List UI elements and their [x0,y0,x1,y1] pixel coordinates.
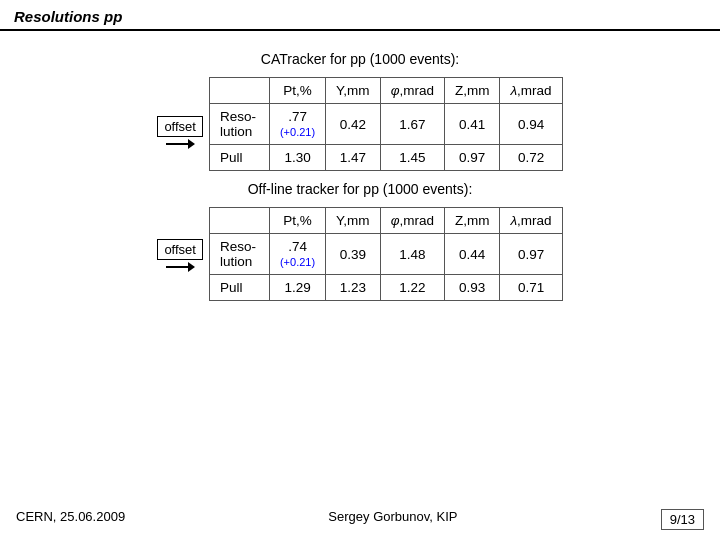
section2-col-lambda: λ,mrad [500,208,562,234]
section2-table: Pt,% Y,mm φ,mrad Z,mm λ,mrad Reso-lution… [209,207,563,301]
section2-row-label-0: Reso-lution [209,234,269,275]
section2-cell-0-2: 0.44 [444,234,500,275]
section1-col-lambda: λ,mrad [500,78,562,104]
section2-cell-1-3: 0.71 [500,275,562,301]
footer: CERN, 25.06.2009 Sergey Gorbunov, KIP 9/… [0,509,720,530]
section1-arrow [166,139,195,149]
section2-cell-1-0: 1.23 [326,275,381,301]
section1-pt-0: .77(+0.21) [269,104,325,145]
section2-arrow-line [166,266,188,268]
section2-col-y: Y,mm [326,208,381,234]
section1-cell-1-3: 0.72 [500,145,562,171]
section2-table-block: offset Pt,% Y,mm φ,mrad Z,mm λ,mrad Reso… [20,207,700,301]
section1-cell-0-3: 0.94 [500,104,562,145]
section1-arrowhead [188,139,195,149]
section1-cell-0-1: 1.67 [380,104,444,145]
section1-row-label-1: Pull [209,145,269,171]
section1-pt-sub-0: (+0.21) [280,126,315,138]
section2-reso-label: Reso-lution [220,239,256,269]
section2-col-pt: Pt,% [269,208,325,234]
section1-col-phi: φ,mrad [380,78,444,104]
section1-col-z: Z,mm [444,78,500,104]
section2-cell-0-0: 0.39 [326,234,381,275]
section1-pt-val-0: .77 [288,109,307,124]
section1-arrow-line [166,143,188,145]
section2-col-z: Z,mm [444,208,500,234]
page-title: Resolutions pp [0,0,720,31]
section1-col-pt: Pt,% [269,78,325,104]
section2-arrow [166,262,195,272]
section2-arrowhead [188,262,195,272]
section1-cell-0-2: 0.41 [444,104,500,145]
section2-offset-label: offset [157,239,203,260]
section2-cell-1-2: 0.93 [444,275,500,301]
section1-offset-label: offset [157,116,203,137]
footer-left: CERN, 25.06.2009 [16,509,125,530]
section2-offset-area: offset [157,207,203,272]
section2-heading: Off-line tracker for pp (1000 events): [20,181,700,197]
page-badge: 9/13 [661,509,704,530]
section2-cell-0-1: 1.48 [380,234,444,275]
section1-row-label-0: Reso-lution [209,104,269,145]
section1-col-y: Y,mm [326,78,381,104]
section1-cell-1-2: 0.97 [444,145,500,171]
section1-cell-1-1: 1.45 [380,145,444,171]
section1-cell-0-0: 0.42 [326,104,381,145]
section1-table: Pt,% Y,mm φ,mrad Z,mm λ,mrad Reso-lution… [209,77,563,171]
section2-pt-0: .74(+0.21) [269,234,325,275]
section2-pt-sub-0: (+0.21) [280,256,315,268]
section2-row-label-1: Pull [209,275,269,301]
section2-cell-1-1: 1.22 [380,275,444,301]
section2-cell-0-3: 0.97 [500,234,562,275]
section1-col-label [209,78,269,104]
section2-pt-1: 1.29 [269,275,325,301]
section1-pt-1: 1.30 [269,145,325,171]
section2-col-phi: φ,mrad [380,208,444,234]
section2-col-label [209,208,269,234]
section1-offset-area: offset [157,116,203,171]
section1-reso-label: Reso-lution [220,109,256,139]
footer-center: Sergey Gorbunov, KIP [328,509,457,530]
section1-cell-1-0: 1.47 [326,145,381,171]
section1-heading: CATracker for pp (1000 events): [20,51,700,67]
section1-table-block: offset Pt,% Y,mm φ,mrad Z,mm λ,mrad Reso… [20,77,700,171]
section2-pt-val-0: .74 [288,239,307,254]
